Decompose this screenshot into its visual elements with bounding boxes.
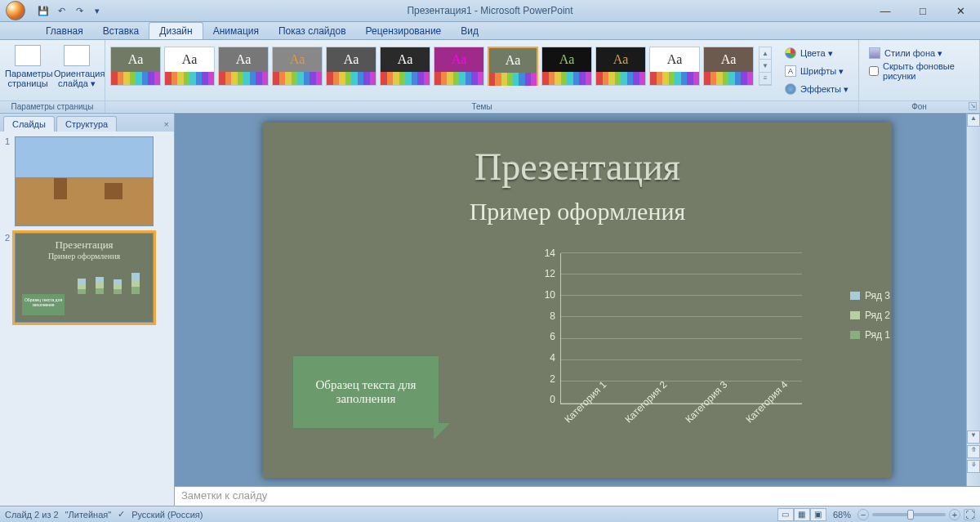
tab-view[interactable]: Вид bbox=[451, 23, 488, 39]
text-placeholder[interactable]: Образец текста для заполнения bbox=[292, 355, 439, 429]
theme-thumb-9[interactable]: Aa bbox=[595, 47, 646, 86]
legend-item: Ряд 1 bbox=[850, 329, 890, 341]
panel-tab-slides[interactable]: Слайды bbox=[3, 116, 55, 132]
spell-check-icon[interactable]: ✓ bbox=[118, 509, 125, 520]
status-language[interactable]: Русский (Россия) bbox=[131, 510, 203, 520]
tab-review[interactable]: Рецензирование bbox=[356, 23, 452, 39]
theme-thumb-5[interactable]: Aa bbox=[380, 47, 430, 86]
theme-thumb-0[interactable]: Aa bbox=[110, 47, 161, 86]
slide-canvas[interactable]: Презентация Пример оформления Образец те… bbox=[263, 123, 892, 478]
theme-thumb-1[interactable]: Aa bbox=[164, 47, 215, 86]
vertical-scrollbar[interactable]: ▲ ▼ ⤊ ⤋ bbox=[966, 114, 980, 486]
tab-design[interactable]: Дизайн bbox=[149, 22, 203, 39]
sorter-view-button[interactable]: ▦ bbox=[794, 508, 810, 521]
tab-animation[interactable]: Анимация bbox=[203, 23, 269, 39]
theme-thumb-8[interactable]: Aa bbox=[541, 47, 592, 86]
tab-slideshow[interactable]: Показ слайдов bbox=[269, 23, 356, 39]
next-slide-button[interactable]: ⤋ bbox=[967, 460, 980, 473]
theme-thumb-2[interactable]: Aa bbox=[218, 47, 269, 86]
zoom-fit-button[interactable]: ⛶ bbox=[964, 509, 975, 520]
theme-gallery-scroll[interactable]: ▲▼≡ bbox=[759, 47, 772, 86]
legend-item: Ряд 3 bbox=[850, 290, 890, 301]
theme-gallery: AaAaAaAaAaAaAaAaAaAaAaAa bbox=[110, 43, 754, 86]
page-setup-button[interactable]: Параметры страницы bbox=[5, 43, 51, 88]
slide-orientation-button[interactable]: Ориентация слайда ▾ bbox=[54, 43, 100, 88]
prev-slide-button[interactable]: ⤊ bbox=[967, 445, 980, 458]
bg-styles-icon bbox=[869, 47, 880, 59]
mini-sample-box: Образец текста для заполнения bbox=[22, 294, 65, 315]
group-page-setup: Параметры страницы bbox=[0, 100, 105, 112]
zoom-slider[interactable] bbox=[872, 513, 946, 516]
theme-fonts-button[interactable]: AШрифты ▾ bbox=[780, 63, 853, 79]
status-theme: "Литейная" bbox=[65, 510, 112, 520]
legend-item: Ряд 2 bbox=[850, 310, 890, 321]
thumb-number: 2 bbox=[5, 233, 15, 323]
theme-thumb-11[interactable]: Aa bbox=[703, 47, 754, 86]
zoom-level[interactable]: 68% bbox=[833, 510, 851, 520]
qat-customize-icon[interactable]: ▾ bbox=[90, 3, 105, 18]
zoom-out-button[interactable]: − bbox=[858, 509, 869, 520]
hide-bg-checkbox[interactable]: Скрыть фоновые рисунки bbox=[864, 63, 974, 79]
theme-thumb-4[interactable]: Aa bbox=[326, 47, 376, 86]
office-button[interactable] bbox=[0, 0, 31, 22]
panel-close-button[interactable]: × bbox=[164, 119, 169, 132]
thumb-number: 1 bbox=[5, 136, 15, 226]
status-slide-number: Слайд 2 из 2 bbox=[5, 510, 59, 520]
theme-colors-button[interactable]: Цвета ▾ bbox=[780, 45, 853, 61]
slideshow-view-button[interactable]: ▣ bbox=[810, 508, 826, 521]
chart-object[interactable]: 14121086420 Категория 1Категория 2Катего… bbox=[532, 249, 859, 453]
tab-insert[interactable]: Вставка bbox=[93, 23, 149, 39]
ribbon-tabs: Главная Вставка Дизайн Анимация Показ сл… bbox=[0, 22, 980, 40]
slide-thumbnail-2[interactable]: Презентация Пример оформления Образец те… bbox=[15, 233, 154, 323]
slide-subtitle[interactable]: Пример оформления bbox=[263, 198, 892, 225]
close-button[interactable]: ✕ bbox=[949, 5, 972, 17]
bg-dialog-launcher[interactable]: ↘ bbox=[969, 102, 977, 110]
zoom-in-button[interactable]: + bbox=[949, 509, 960, 520]
slide-title[interactable]: Презентация bbox=[263, 145, 892, 189]
undo-icon[interactable]: ↶ bbox=[54, 3, 69, 18]
theme-thumb-3[interactable]: Aa bbox=[272, 47, 323, 86]
background-styles-button[interactable]: Стили фона ▾ bbox=[864, 45, 974, 61]
panel-tab-outline[interactable]: Структура bbox=[56, 116, 117, 132]
redo-icon[interactable]: ↷ bbox=[72, 3, 87, 18]
save-icon[interactable]: 💾 bbox=[36, 3, 51, 18]
notes-pane[interactable]: Заметки к слайду bbox=[175, 486, 980, 506]
window-title: Презентация1 - Microsoft PowerPoint bbox=[0, 5, 980, 16]
fonts-icon: A bbox=[785, 65, 796, 77]
group-background: Фон↘ bbox=[859, 100, 979, 112]
theme-thumb-10[interactable]: Aa bbox=[649, 47, 700, 86]
normal-view-button[interactable]: ▭ bbox=[777, 508, 794, 521]
theme-effects-button[interactable]: Эффекты ▾ bbox=[780, 81, 853, 97]
maximize-button[interactable]: □ bbox=[911, 5, 934, 17]
slide-thumbnail-1[interactable] bbox=[15, 136, 154, 226]
effects-icon bbox=[785, 83, 796, 95]
group-themes: Темы bbox=[105, 100, 858, 112]
tab-home[interactable]: Главная bbox=[36, 23, 93, 39]
minimize-button[interactable]: — bbox=[874, 5, 897, 17]
theme-thumb-7[interactable]: Aa bbox=[488, 47, 538, 86]
theme-thumb-6[interactable]: Aa bbox=[434, 47, 484, 86]
